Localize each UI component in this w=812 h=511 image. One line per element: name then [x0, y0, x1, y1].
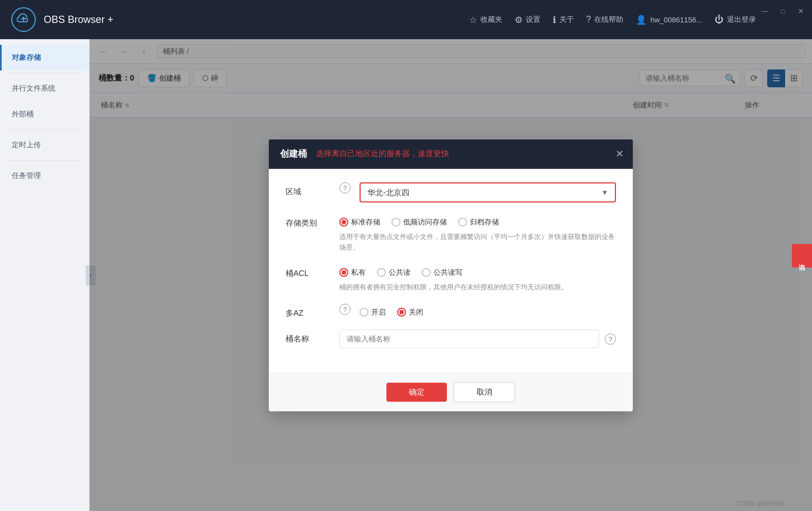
radio-private-circle [339, 268, 348, 277]
sidebar-item-task-manager[interactable]: 任务管理 [0, 163, 89, 189]
dialog-close-btn[interactable]: ✕ [615, 149, 624, 159]
acl-label: 桶ACL [286, 264, 330, 279]
dialog-header: 创建桶 选择离自己地区近的服务器，速度更快 ✕ [269, 139, 633, 168]
multiaz-help-icon[interactable]: ? [339, 304, 351, 315]
sidebar-item-scheduled-upload[interactable]: 定时上传 [0, 132, 89, 158]
radio-archive-circle [458, 217, 467, 226]
storage-type-row: 存储类别 标准存储 低频访问存储 [286, 213, 616, 252]
storage-content: 标准存储 低频访问存储 归档存储 适用于有大量热点文件或小文件，且需 [339, 213, 616, 252]
minimize-btn[interactable]: — [759, 6, 771, 17]
acl-content: 私有 公共读 公共读写 桶的拥有者拥有完全控制权限，其他用户在未经授 [339, 264, 616, 293]
acl-public-read[interactable]: 公共读 [377, 268, 410, 278]
acl-private[interactable]: 私有 [339, 268, 366, 278]
main-layout: 对象存储 并行文件系统 外部桶 定时上传 任务管理 ‹ ← → ↑ 桶数量：0 … [0, 39, 812, 511]
multiaz-label: 多AZ [286, 304, 330, 318]
storage-label: 存储类别 [286, 213, 330, 228]
acl-radio-group: 私有 公共读 公共读写 [339, 264, 616, 278]
create-bucket-dialog: 创建桶 选择离自己地区近的服务器，速度更快 ✕ 区域 ? 华北-北京四 华东-上… [269, 139, 633, 411]
close-btn[interactable]: ✕ [795, 6, 806, 17]
consult-panel[interactable]: 咨询 [792, 244, 812, 268]
sidebar-item-external-bucket[interactable]: 外部桶 [0, 101, 89, 127]
acl-pubrw-label: 公共读写 [433, 268, 463, 278]
multiaz-on-label: 开启 [371, 307, 386, 317]
question-icon: ? [586, 15, 591, 25]
radio-multiaz-on-circle [360, 308, 368, 317]
window-controls: — □ ✕ [759, 6, 806, 17]
storage-standard-label: 标准存储 [351, 217, 380, 227]
radio-standard-circle [339, 217, 348, 226]
app-title: OBS Browser + [44, 14, 114, 26]
storage-desc: 适用于有大量热点文件或小文件，且需要频繁访问（平均一个月多次）并快速获取数据的业… [339, 231, 616, 252]
radio-infrequent-circle [391, 217, 400, 226]
power-icon: ⏻ [715, 15, 724, 25]
sidebar-item-object-storage[interactable]: 对象存储 [0, 45, 89, 71]
storage-standard[interactable]: 标准存储 [339, 217, 380, 227]
region-help-icon[interactable]: ? [339, 182, 351, 193]
region-content: 华北-北京四 华东-上海一 华南-广州 西南-贵阳一 ▼ [360, 182, 616, 202]
region-label: 区域 [286, 182, 330, 196]
sidebar-divider-1 [9, 73, 80, 73]
region-select-wrap: 华北-北京四 华东-上海一 华南-广州 西南-贵阳一 ▼ [360, 182, 616, 202]
sidebar: 对象存储 并行文件系统 外部桶 定时上传 任务管理 ‹ [0, 39, 90, 511]
titlebar-right: ☆ 收藏夹 ⚙ 设置 ℹ 关于 ? 在线帮助 👤 hw_00861156... … [469, 15, 801, 25]
storage-infrequent-label: 低频访问存储 [403, 217, 447, 227]
dialog-body: 区域 ? 华北-北京四 华东-上海一 华南-广州 西南-贵阳一 ▼ [269, 168, 633, 373]
dialog-notice: 选择离自己地区近的服务器，速度更快 [316, 149, 449, 159]
confirm-button[interactable]: 确定 [386, 383, 447, 402]
bucket-name-input[interactable] [339, 330, 599, 348]
sidebar-divider-2 [9, 129, 80, 130]
bucketname-label: 桶名称 [286, 330, 330, 344]
region-row: 区域 ? 华北-北京四 华东-上海一 华南-广州 西南-贵阳一 ▼ [286, 182, 616, 202]
multiaz-row: 多AZ ? 开启 关闭 [286, 304, 616, 318]
acl-row: 桶ACL 私有 公共读 [286, 264, 616, 293]
user-icon: 👤 [636, 15, 647, 25]
multiaz-off[interactable]: 关闭 [397, 307, 423, 317]
multiaz-radio-group: 开启 关闭 [360, 304, 616, 317]
bucketname-help-icon[interactable]: ? [605, 333, 616, 344]
acl-public-rw[interactable]: 公共读写 [422, 268, 463, 278]
radio-multiaz-off-dot [399, 310, 404, 315]
select-arrow-icon: ▼ [601, 188, 615, 196]
multiaz-on[interactable]: 开启 [360, 307, 386, 317]
dialog-title: 创建桶 [280, 148, 307, 160]
gear-icon: ⚙ [515, 15, 522, 25]
help-btn[interactable]: ? 在线帮助 [586, 15, 624, 25]
user-btn[interactable]: 👤 hw_00861156... [636, 15, 702, 25]
about-btn[interactable]: ℹ 关于 [553, 15, 574, 25]
radio-pubread-circle [377, 268, 386, 277]
storage-radio-group: 标准存储 低频访问存储 归档存储 [339, 213, 616, 227]
dialog-footer: 确定 取消 [269, 373, 633, 411]
content-area: ← → ↑ 桶数量：0 🪣 创建桶 ⬡ 碎 🔍 ⟳ [90, 39, 812, 511]
sidebar-item-parallel-fs[interactable]: 并行文件系统 [0, 76, 89, 101]
region-select[interactable]: 华北-北京四 华东-上海一 华南-广州 西南-贵阳一 [361, 183, 601, 201]
storage-infrequent[interactable]: 低频访问存储 [391, 217, 447, 227]
favorites-btn[interactable]: ☆ 收藏夹 [469, 15, 502, 25]
app-logo [11, 7, 36, 32]
titlebar: OBS Browser + ☆ 收藏夹 ⚙ 设置 ℹ 关于 ? 在线帮助 👤 h… [0, 0, 812, 39]
storage-archive[interactable]: 归档存储 [458, 217, 499, 227]
radio-pubrw-circle [422, 268, 431, 277]
star-icon: ☆ [469, 15, 477, 25]
radio-private-dot [342, 270, 346, 275]
info-icon: ℹ [553, 15, 556, 25]
titlebar-left: OBS Browser + [11, 7, 114, 32]
sidebar-divider-3 [9, 160, 80, 161]
settings-btn[interactable]: ⚙ 设置 [515, 15, 540, 25]
acl-desc: 桶的拥有者拥有完全控制权限，其他用户在未经授权的情况下均无访问权限。 [339, 282, 616, 293]
maximize-btn[interactable]: □ [777, 6, 788, 17]
acl-private-label: 私有 [351, 268, 366, 278]
multiaz-content: 开启 关闭 [360, 304, 616, 317]
bucketname-wrap: ? [339, 330, 616, 348]
bucketname-row: 桶名称 ? [286, 330, 616, 348]
storage-archive-label: 归档存储 [470, 217, 499, 227]
multiaz-off-label: 关闭 [409, 307, 423, 317]
cancel-button[interactable]: 取消 [454, 382, 515, 402]
radio-standard-dot [342, 219, 346, 224]
radio-multiaz-off-circle [397, 308, 406, 317]
logout-btn[interactable]: ⏻ 退出登录 [715, 15, 756, 25]
acl-pubread-label: 公共读 [389, 268, 410, 278]
